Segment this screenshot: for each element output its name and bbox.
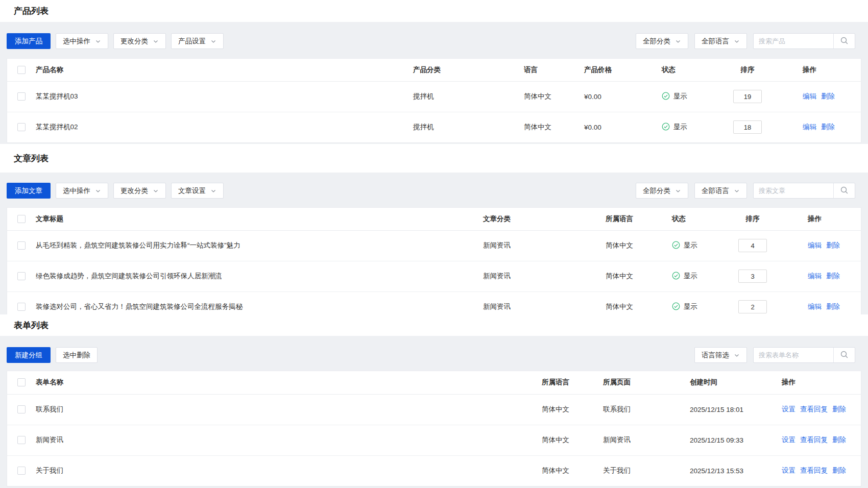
change-category-dropdown[interactable]: 更改分类 — [113, 183, 166, 199]
selected-operation-dropdown[interactable]: 选中操作 — [56, 183, 108, 199]
row-checkbox[interactable] — [17, 92, 26, 101]
product-language: 简体中文 — [518, 112, 578, 142]
chevron-down-icon — [734, 188, 740, 194]
all-categories-filter[interactable]: 全部分类 — [636, 33, 688, 49]
col-page: 所属页面 — [597, 371, 684, 394]
article-language: 简体中文 — [599, 230, 666, 261]
status-visible-icon — [662, 123, 670, 132]
article-category: 新闻资讯 — [477, 230, 599, 261]
status-visible-icon — [672, 302, 680, 312]
edit-link[interactable]: 编辑 — [808, 272, 822, 280]
form-name: 新闻资讯 — [32, 425, 536, 455]
form-page: 联系我们 — [597, 394, 684, 425]
view-replies-link[interactable]: 查看回复 — [800, 405, 828, 413]
add-product-button[interactable]: 添加产品 — [7, 33, 51, 49]
search-button[interactable] — [833, 348, 855, 362]
col-actions: 操作 — [778, 59, 861, 81]
col-article-category: 文章分类 — [477, 208, 599, 230]
selected-operation-dropdown[interactable]: 选中操作 — [56, 33, 108, 49]
edit-link[interactable]: 编辑 — [808, 241, 822, 249]
chevron-down-icon — [153, 188, 159, 194]
articles-toolbar: 添加文章 选中操作 更改分类 文章设置 全部分类 全部语言 — [7, 183, 861, 199]
view-replies-link[interactable]: 查看回复 — [800, 436, 828, 444]
form-search — [753, 347, 855, 363]
col-created-time: 创建时间 — [684, 371, 776, 394]
all-categories-filter[interactable]: 全部分类 — [636, 183, 688, 199]
settings-link[interactable]: 设置 — [782, 467, 795, 474]
form-page: 关于我们 — [597, 455, 684, 486]
article-category: 新闻资讯 — [477, 261, 599, 291]
language-filter-dropdown[interactable]: 语言筛选 — [694, 347, 747, 363]
article-settings-dropdown[interactable]: 文章设置 — [171, 183, 224, 199]
chevron-down-icon — [95, 38, 101, 44]
form-language: 简体中文 — [536, 455, 597, 486]
product-search — [753, 33, 855, 49]
article-search-input[interactable] — [754, 183, 833, 198]
row-checkbox[interactable] — [17, 123, 26, 131]
form-search-input[interactable] — [754, 348, 833, 362]
product-price: ¥0.00 — [578, 81, 656, 112]
change-category-dropdown[interactable]: 更改分类 — [113, 33, 166, 49]
article-search — [753, 183, 855, 199]
select-all-checkbox[interactable] — [17, 378, 26, 386]
table-row: 联系我们 简体中文 联系我们 2025/12/15 18:01 设置查看回复删除 — [7, 394, 861, 425]
col-actions: 操作 — [783, 208, 861, 230]
search-icon — [840, 350, 849, 360]
sort-input[interactable] — [733, 90, 762, 103]
table-row: 从毛坯到精装，鼎筑空间建筑装修公司用实力诠释“一站式装修”魅力 新闻资讯 简体中… — [7, 230, 861, 261]
row-checkbox[interactable] — [17, 436, 26, 444]
settings-link[interactable]: 设置 — [782, 436, 795, 444]
forms-table: 表单名称 所属语言 所属页面 创建时间 操作 联系我们 简体中文 联系我们 20… — [7, 371, 861, 487]
all-languages-filter[interactable]: 全部语言 — [694, 33, 747, 49]
form-created: 2025/12/15 18:01 — [684, 394, 776, 425]
col-status: 状态 — [656, 59, 717, 81]
delete-selected-button[interactable]: 选中删除 — [56, 347, 98, 363]
product-settings-dropdown[interactable]: 产品设置 — [171, 33, 224, 49]
search-icon — [840, 186, 849, 196]
sort-input[interactable] — [738, 270, 767, 283]
product-search-input[interactable] — [754, 34, 833, 48]
search-icon — [840, 36, 849, 46]
article-title: 绿色装修成趋势，鼎筑空间建筑装修公司引领环保人居新潮流 — [32, 261, 477, 291]
delete-link[interactable]: 删除 — [832, 405, 846, 413]
products-section-title: 产品列表 — [0, 0, 868, 22]
delete-link[interactable]: 删除 — [826, 241, 840, 249]
new-group-button[interactable]: 新建分组 — [7, 347, 51, 363]
col-status: 状态 — [666, 208, 722, 230]
delete-link[interactable]: 删除 — [832, 467, 846, 474]
sort-input[interactable] — [738, 239, 767, 252]
row-checkbox[interactable] — [17, 272, 26, 280]
row-checkbox[interactable] — [17, 303, 26, 311]
form-name: 关于我们 — [32, 455, 536, 486]
delete-link[interactable]: 删除 — [821, 123, 835, 131]
sort-input[interactable] — [733, 120, 762, 134]
form-created: 2025/12/15 09:33 — [684, 425, 776, 455]
table-row: 关于我们 简体中文 关于我们 2025/12/13 15:53 设置查看回复删除 — [7, 455, 861, 486]
sort-input[interactable] — [738, 300, 767, 313]
col-product-name: 产品名称 — [32, 59, 407, 81]
delete-link[interactable]: 删除 — [832, 436, 846, 444]
select-all-checkbox[interactable] — [17, 215, 26, 223]
delete-link[interactable]: 删除 — [826, 272, 840, 280]
delete-link[interactable]: 删除 — [826, 303, 840, 310]
settings-link[interactable]: 设置 — [782, 405, 795, 413]
col-sort: 排序 — [722, 208, 783, 230]
search-button[interactable] — [833, 34, 855, 48]
edit-link[interactable]: 编辑 — [803, 92, 816, 100]
select-all-checkbox[interactable] — [17, 66, 26, 74]
chevron-down-icon — [734, 38, 740, 44]
row-checkbox[interactable] — [17, 405, 26, 413]
edit-link[interactable]: 编辑 — [808, 303, 822, 310]
view-replies-link[interactable]: 查看回复 — [800, 467, 828, 474]
all-languages-filter[interactable]: 全部语言 — [694, 183, 747, 199]
status-text: 显示 — [684, 241, 697, 250]
articles-table: 文章标题 文章分类 所属语言 状态 排序 操作 从毛坯到精装，鼎筑空间建筑装修公… — [7, 207, 861, 314]
row-checkbox[interactable] — [17, 467, 26, 475]
search-button[interactable] — [833, 183, 855, 198]
row-checkbox[interactable] — [17, 241, 26, 250]
chevron-down-icon — [210, 188, 216, 194]
edit-link[interactable]: 编辑 — [803, 123, 816, 131]
article-category: 新闻资讯 — [477, 291, 599, 314]
add-article-button[interactable]: 添加文章 — [7, 183, 51, 199]
delete-link[interactable]: 删除 — [821, 92, 835, 100]
